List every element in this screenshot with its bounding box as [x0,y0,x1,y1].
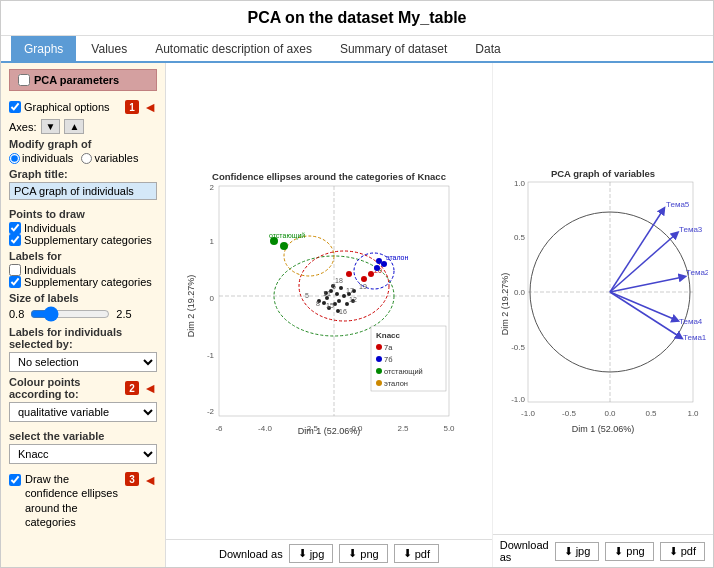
graphical-options-row: Graphical options 1 ◄ [9,99,157,115]
download-label-left: Download as [219,548,283,560]
svg-text:Тема3: Тема3 [679,225,703,234]
svg-text:7б: 7б [384,355,392,364]
left-graph-col: Confidence ellipses around the categorie… [166,63,493,567]
badge-1: 1 [125,100,139,114]
svg-text:15: 15 [326,302,334,309]
download-png-icon-left: ⬇ [348,547,357,560]
svg-text:Тема2: Тема2 [686,268,708,277]
labels-individuals-text: Individuals [24,264,76,276]
graph-title-label: Graph title: [9,168,157,180]
svg-point-39 [346,271,352,277]
labels-supplementary-checkbox[interactable] [9,276,21,288]
modify-graph-row: individuals variables [9,152,157,164]
individuals-radio-label[interactable]: individuals [9,152,73,164]
svg-text:-1: -1 [207,351,215,360]
svg-text:1: 1 [210,237,215,246]
svg-text:0.0: 0.0 [604,409,616,418]
svg-text:5: 5 [305,292,309,299]
individuals-check-label[interactable]: Individuals [9,222,157,234]
size-min: 0.8 [9,308,24,320]
svg-text:12: 12 [349,296,357,303]
confidence-row: Draw the confidence ellipses around the … [9,472,157,529]
individuals-radio[interactable] [9,153,20,164]
graph-title-input[interactable] [9,182,157,200]
labels-individuals-label[interactable]: Individuals [9,264,157,276]
variable-select[interactable]: Knacc [9,444,157,464]
supplementary-checkbox[interactable] [9,234,21,246]
tab-auto-desc[interactable]: Automatic description of axes [142,36,325,61]
svg-text:Knacc: Knacc [376,331,401,340]
axes-up-btn[interactable]: ▲ [64,119,84,134]
svg-text:эталон: эталон [386,254,408,261]
svg-point-43 [374,265,380,271]
download-icon-left: ⬇ [298,547,307,560]
svg-point-27 [342,294,346,298]
tab-values[interactable]: Values [78,36,140,61]
confidence-checkbox[interactable] [9,474,21,486]
download-png-right[interactable]: ⬇ png [605,542,653,561]
download-pdf-left[interactable]: ⬇ pdf [394,544,439,563]
svg-text:Dim 2 (19.27%): Dim 2 (19.27%) [186,275,196,338]
arrow-icon-1: ◄ [143,99,157,115]
svg-text:Confidence ellipses around the: Confidence ellipses around the categorie… [212,171,446,182]
points-draw-label: Points to draw [9,208,157,220]
labels-section: Individuals Supplementary categories [9,264,157,288]
download-jpg-icon-right: ⬇ [564,545,573,558]
download-pdf-icon-left: ⬇ [403,547,412,560]
svg-text:Тема1: Тема1 [683,333,707,342]
svg-text:отстающий: отстающий [384,367,423,376]
svg-text:отстающий: отстающий [269,232,305,240]
arrow-icon-3: ◄ [143,472,157,488]
download-pdf-right[interactable]: ⬇ pdf [660,542,705,561]
size-slider[interactable] [30,306,110,322]
download-png-left[interactable]: ⬇ png [339,544,387,563]
axes-down-btn[interactable]: ▼ [41,119,61,134]
download-jpg-right[interactable]: ⬇ jpg [555,542,600,561]
svg-text:8: 8 [316,300,320,307]
individuals-radio-text: individuals [22,152,73,164]
svg-text:1.0: 1.0 [514,179,526,188]
size-max: 2.5 [116,308,131,320]
tab-graphs[interactable]: Graphs [11,36,76,61]
svg-text:PCA graph of variables: PCA graph of variables [551,168,655,179]
variables-radio[interactable] [81,153,92,164]
sidebar: PCA parameters Graphical options 1 ◄ Axe… [1,63,166,567]
left-graph-svg-area: Confidence ellipses around the categorie… [166,63,492,539]
pca-params-checkbox[interactable] [18,74,30,86]
graphical-options-checkbox[interactable] [9,101,21,113]
tab-summary[interactable]: Summary of dataset [327,36,460,61]
colour-select[interactable]: qualitative variable [9,402,157,422]
svg-point-47 [280,242,288,250]
svg-point-25 [339,286,343,290]
svg-text:2.5: 2.5 [397,424,409,433]
pca-params-header[interactable]: PCA parameters [9,69,157,91]
slider-row: 0.8 2.5 [9,306,157,322]
svg-line-84 [610,292,680,337]
svg-text:6: 6 [332,283,336,290]
individuals-points-checkbox[interactable] [9,222,21,234]
svg-point-44 [376,258,382,264]
svg-text:Тема4: Тема4 [679,317,703,326]
svg-text:-1.0: -1.0 [521,409,535,418]
variables-radio-label[interactable]: variables [81,152,138,164]
svg-text:19: 19 [359,283,367,290]
variables-radio-text: variables [94,152,138,164]
svg-line-78 [610,234,676,292]
colour-label: Colour points according to: [9,376,121,400]
supplementary-check-label[interactable]: Supplementary categories [9,234,157,246]
modify-graph-label: Modify graph of [9,138,157,150]
labels-individuals-checkbox[interactable] [9,264,21,276]
graphical-options-label: Graphical options [24,101,110,113]
axes-row: Axes: ▼ ▲ [9,119,157,134]
axes-label: Axes: [9,121,37,133]
svg-text:0: 0 [210,294,215,303]
labels-supplementary-label[interactable]: Supplementary categories [9,276,157,288]
no-selection-select[interactable]: No selection [9,352,157,372]
tab-data[interactable]: Data [462,36,513,61]
download-jpg-left[interactable]: ⬇ jpg [289,544,334,563]
svg-point-38 [361,276,367,282]
right-graph-col: PCA graph of variables Dim 1 (52.06%) Di… [493,63,713,567]
pca-params-label: PCA parameters [34,74,119,86]
svg-line-76 [610,210,663,292]
page-title: PCA on the dataset My_table [1,1,713,36]
